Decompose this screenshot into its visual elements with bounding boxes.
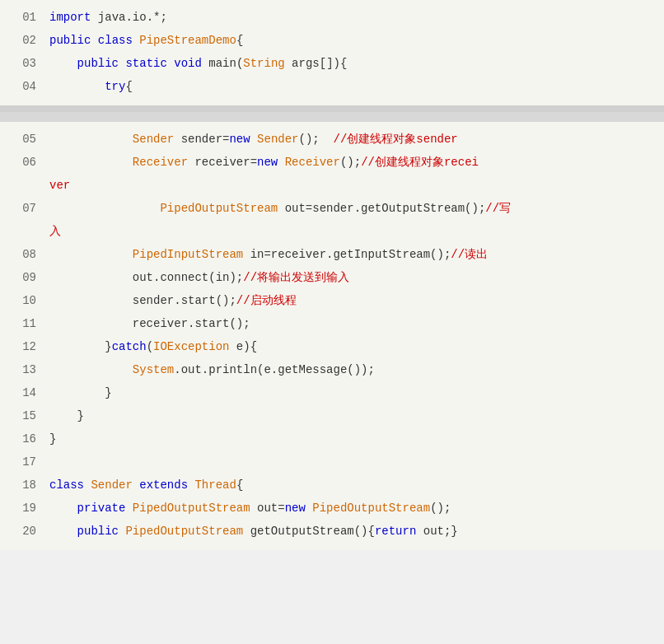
line-18: 18 class Sender extends Thread{ (0, 474, 664, 497)
line-9: 09 out.connect(in);//将输出发送到输入 (0, 267, 664, 290)
line-num-4: 04 (0, 77, 49, 96)
line-content-17 (49, 453, 664, 471)
line-content-6: Receiver receiver=new Receiver();//创建线程对… (49, 153, 664, 171)
line-num-15: 15 (0, 407, 49, 425)
line-content-13: System.out.println(e.getMessage()); (49, 361, 664, 379)
line-content-12: }catch(IOException e){ (49, 338, 664, 356)
line-16: 16 } (0, 428, 664, 451)
line-num-16: 16 (0, 430, 49, 448)
line-15: 15 } (0, 405, 664, 428)
line-num-6: 06 (0, 153, 49, 171)
line-num-7: 07 (0, 199, 49, 217)
line-6: 06 Receiver receiver=new Receiver();//创建… (0, 152, 664, 175)
line-num-17: 17 (0, 453, 49, 471)
line-content-6-cont: ver (49, 176, 664, 194)
line-content-19: private PipedOutputStream out=new PipedO… (49, 499, 664, 517)
line-content-3: public static void main(String args[]){ (49, 54, 664, 72)
line-14: 14 } (0, 382, 664, 405)
line-num-19: 19 (0, 499, 49, 517)
line-11: 11 receiver.start(); (0, 313, 664, 336)
line-content-7-cont: 入 (49, 222, 664, 240)
line-content-4: try{ (49, 77, 664, 96)
line-1: 01 import java.io.*; (0, 7, 664, 30)
line-num-20: 20 (0, 522, 49, 540)
line-content-7: PipedOutputStream out=sender.getOutputSt… (49, 199, 664, 217)
line-num-5: 05 (0, 130, 49, 148)
line-19: 19 private PipedOutputStream out=new Pip… (0, 497, 664, 520)
line-4: 04 try{ (0, 76, 664, 99)
line-8: 08 PipedInputStream in=receiver.getInput… (0, 244, 664, 267)
line-num-1: 01 (0, 8, 49, 26)
line-num-18: 18 (0, 476, 49, 494)
line-12: 12 }catch(IOException e){ (0, 336, 664, 359)
line-num-14: 14 (0, 384, 49, 402)
line-content-10: sender.start();//启动线程 (49, 292, 664, 310)
line-20: 20 public PipedOutputStream getOutputStr… (0, 520, 664, 544)
line-num-11: 11 (0, 315, 49, 333)
line-10: 10 sender.start();//启动线程 (0, 290, 664, 313)
line-7: 07 PipedOutputStream out=sender.getOutpu… (0, 198, 664, 221)
code-block-1: 01 import java.io.*; 02 public class Pip… (0, 0, 664, 112)
line-7-cont: 入 (0, 221, 664, 244)
line-content-14: } (49, 384, 664, 402)
line-3: 03 public static void main(String args[]… (0, 53, 664, 76)
line-13: 13 System.out.println(e.getMessage()); (0, 359, 664, 382)
line-content-5: Sender sender=new Sender(); //创建线程对象send… (49, 130, 664, 148)
line-2: 02 public class PipeStreamDemo{ (0, 30, 664, 53)
code-gap (0, 112, 664, 122)
line-num-10: 10 (0, 292, 49, 310)
line-content-16: } (49, 430, 664, 448)
line-content-8: PipedInputStream in=receiver.getInputStr… (49, 245, 664, 264)
line-17: 17 (0, 451, 664, 474)
code-block-2: 05 Sender sender=new Sender(); //创建线程对象s… (0, 122, 664, 550)
line-content-15: } (49, 407, 664, 425)
line-content-11: receiver.start(); (49, 315, 664, 333)
line-num-8: 08 (0, 245, 49, 264)
line-num-2: 02 (0, 31, 49, 49)
line-num-9: 09 (0, 268, 49, 287)
line-num-12: 12 (0, 338, 49, 356)
line-content-18: class Sender extends Thread{ (49, 476, 664, 494)
line-num-3: 03 (0, 54, 49, 72)
code-container: 01 import java.io.*; 02 public class Pip… (0, 0, 664, 550)
line-content-9: out.connect(in);//将输出发送到输入 (49, 268, 664, 287)
line-content-20: public PipedOutputStream getOutputStream… (49, 522, 664, 540)
line-num-13: 13 (0, 361, 49, 379)
line-6-cont: ver (0, 175, 664, 198)
line-5: 05 Sender sender=new Sender(); //创建线程对象s… (0, 128, 664, 152)
line-content-1: import java.io.*; (49, 8, 664, 26)
line-content-2: public class PipeStreamDemo{ (49, 31, 664, 49)
